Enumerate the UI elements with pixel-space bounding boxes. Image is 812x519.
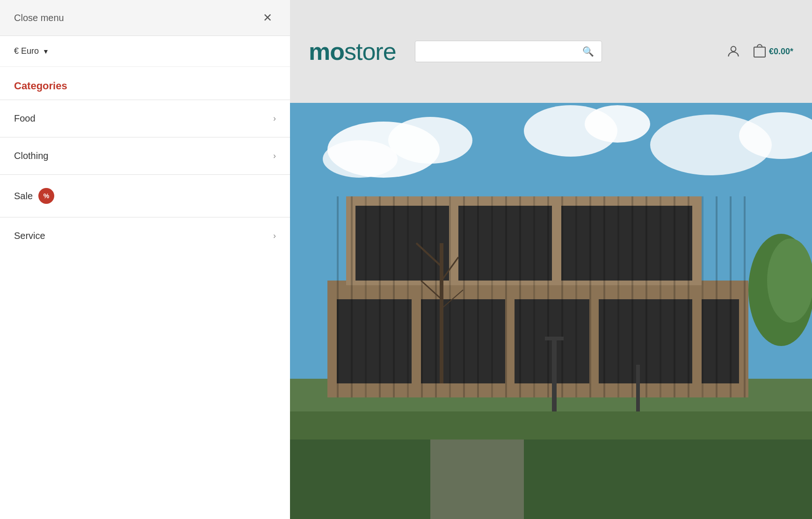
menu-item-sale[interactable]: Sale %: [0, 174, 290, 217]
sale-badge: %: [38, 188, 54, 204]
currency-label: € Euro: [14, 46, 39, 56]
menu-spacer: [0, 254, 290, 519]
user-account-button[interactable]: [726, 44, 741, 59]
search-bar[interactable]: 🔍: [415, 41, 602, 62]
close-icon: ✕: [263, 11, 272, 24]
svg-rect-49: [730, 196, 732, 397]
search-input[interactable]: [423, 47, 582, 56]
svg-rect-45: [674, 196, 675, 397]
svg-rect-48: [716, 196, 718, 397]
svg-rect-24: [379, 196, 381, 397]
svg-point-5: [585, 105, 650, 143]
cart-button[interactable]: €0.00*: [752, 44, 793, 59]
cart-amount: €0.00*: [769, 47, 793, 57]
svg-rect-23: [365, 196, 367, 397]
svg-rect-21: [337, 196, 339, 397]
svg-rect-20: [702, 299, 739, 383]
hero-image: [290, 103, 812, 519]
svg-rect-30: [463, 196, 465, 397]
svg-rect-34: [519, 196, 521, 397]
menu-item-service-label: Service: [14, 231, 45, 241]
svg-point-63: [731, 46, 736, 51]
svg-rect-27: [421, 196, 423, 397]
svg-rect-42: [631, 196, 633, 397]
svg-rect-46: [688, 196, 689, 397]
chevron-down-icon: ▼: [43, 48, 49, 55]
svg-rect-61: [430, 430, 524, 519]
menu-item-food-label: Food: [14, 113, 36, 124]
svg-point-60: [767, 238, 812, 323]
site-header: mostore 🔍 €0.00*: [290, 0, 812, 103]
svg-rect-64: [754, 47, 765, 57]
svg-rect-32: [491, 196, 493, 397]
svg-rect-39: [589, 196, 591, 397]
svg-rect-50: [744, 196, 746, 397]
svg-rect-26: [407, 196, 409, 397]
svg-rect-43: [645, 196, 647, 397]
svg-rect-40: [603, 196, 605, 397]
svg-rect-47: [702, 196, 703, 397]
svg-rect-33: [505, 196, 507, 397]
logo-text-light: store: [344, 38, 396, 65]
svg-rect-41: [617, 196, 619, 397]
svg-rect-16: [337, 299, 412, 383]
svg-rect-31: [477, 196, 479, 397]
chevron-right-icon: ›: [273, 151, 276, 161]
svg-rect-29: [449, 196, 451, 397]
svg-rect-22: [351, 196, 353, 397]
menu-items-list: Food › Clothing › Sale % Service ›: [0, 100, 290, 254]
svg-rect-57: [545, 337, 564, 340]
menu-item-sale-label: Sale %: [14, 188, 54, 204]
currency-selector[interactable]: € Euro ▼: [0, 36, 290, 67]
svg-rect-44: [660, 196, 661, 397]
menu-header: Close menu ✕: [0, 0, 290, 36]
svg-rect-37: [561, 196, 563, 397]
svg-rect-25: [393, 196, 395, 397]
svg-point-2: [388, 117, 472, 164]
chevron-right-icon: ›: [273, 114, 276, 123]
categories-heading: Categories: [0, 67, 290, 100]
svg-rect-35: [533, 196, 535, 397]
svg-rect-36: [547, 196, 549, 397]
menu-item-service[interactable]: Service ›: [0, 217, 290, 254]
svg-rect-28: [435, 196, 437, 397]
svg-rect-38: [575, 196, 577, 397]
close-menu-label: Close menu: [14, 13, 64, 23]
close-menu-button[interactable]: ✕: [259, 9, 276, 26]
site-logo[interactable]: mostore: [309, 37, 396, 65]
chevron-right-icon: ›: [273, 231, 276, 241]
search-icon[interactable]: 🔍: [582, 46, 594, 57]
logo-text-bold: mo: [309, 38, 344, 65]
svg-rect-9: [290, 440, 812, 519]
menu-item-clothing[interactable]: Clothing ›: [0, 137, 290, 174]
svg-point-3: [323, 140, 398, 178]
menu-item-food[interactable]: Food ›: [0, 100, 290, 137]
header-actions: €0.00*: [726, 44, 793, 59]
mobile-menu-panel: Close menu ✕ € Euro ▼ Categories Food › …: [0, 0, 290, 519]
svg-rect-62: [290, 411, 812, 440]
svg-rect-15: [608, 206, 692, 281]
menu-item-clothing-label: Clothing: [14, 151, 48, 161]
